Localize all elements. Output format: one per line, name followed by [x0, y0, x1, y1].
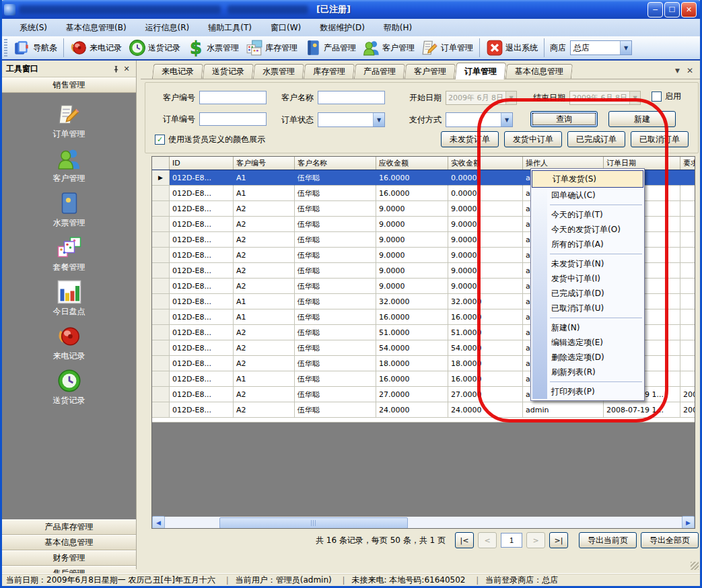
toolbar-button[interactable]: 来电记录: [67, 36, 125, 59]
sidebar-item[interactable]: 来电记录: [53, 324, 85, 362]
shop-select[interactable]: 总店 ▼: [570, 40, 632, 55]
tab-订单管理[interactable]: 订单管理: [455, 63, 507, 79]
tab-label: 基本信息管理: [515, 66, 563, 77]
context-menu-item[interactable]: 所有的订单(A): [531, 237, 644, 252]
close-button[interactable]: ✕: [681, 2, 697, 17]
context-menu-item[interactable]: 删除选定项(D): [531, 350, 644, 365]
toolbar-button[interactable]: 客户管理: [359, 36, 418, 59]
order-no-input[interactable]: [199, 112, 267, 126]
chevron-down-icon[interactable]: ▼: [620, 41, 631, 54]
minimize-button[interactable]: ─: [647, 2, 663, 17]
close-icon[interactable]: ✕: [121, 63, 132, 74]
sidebar-section-基本信息管理[interactable]: 基本信息管理: [2, 535, 136, 550]
menubar-item[interactable]: 窗口(W): [261, 20, 310, 36]
order-status-select[interactable]: ▼: [318, 112, 385, 127]
column-header[interactable]: 应收金额: [376, 157, 448, 170]
table-cell: 012D-E8...: [170, 371, 234, 387]
toolbar-button[interactable]: $水票管理: [184, 36, 242, 59]
toolbar-grip[interactable]: [4, 39, 7, 57]
query-button[interactable]: 查询: [530, 111, 598, 127]
end-date-picker[interactable]: 2009年 6月 8日 ▼: [569, 91, 641, 105]
sidebar-section-财务管理[interactable]: 财务管理: [2, 550, 136, 566]
table-row[interactable]: 012D-E8...A2伍华聪24.000024.0000admin2008-0…: [152, 402, 695, 418]
menubar-item[interactable]: 系统(S): [10, 20, 57, 36]
tab-库存管理[interactable]: 库存管理: [304, 64, 355, 79]
export-all-pages-button[interactable]: 导出全部页: [641, 532, 699, 548]
table-cell: A2: [234, 279, 295, 294]
tab-水票管理[interactable]: 水票管理: [253, 64, 304, 79]
toolbar-button[interactable]: 送货记录: [125, 36, 184, 59]
column-header[interactable]: 实收金额: [448, 157, 523, 170]
context-menu-item[interactable]: 回单确认(C): [531, 188, 644, 203]
sidebar-item[interactable]: 套餐管理: [53, 235, 85, 273]
new-button[interactable]: 新建: [608, 111, 676, 127]
next-page-button[interactable]: >: [526, 532, 545, 548]
resize-grip[interactable]: [691, 562, 699, 570]
tab-close-icon[interactable]: ✕: [687, 66, 693, 75]
pay-method-select[interactable]: ▼: [446, 112, 513, 127]
toolbar-button[interactable]: 产品管理: [301, 36, 359, 59]
tab-送货记录[interactable]: 送货记录: [203, 64, 254, 79]
sidebar-item[interactable]: 送货记录: [53, 369, 85, 406]
tab-来电记录[interactable]: 来电记录: [152, 64, 203, 79]
prev-page-button[interactable]: <: [478, 532, 497, 548]
scrollbar-thumb[interactable]: [219, 517, 408, 529]
sidebar-section-产品库存管理[interactable]: 产品库存管理: [2, 519, 136, 535]
toolbar-button[interactable]: 导航条: [10, 36, 61, 59]
maximize-button[interactable]: ☐: [664, 2, 680, 17]
horizontal-scrollbar[interactable]: ◀▶: [152, 517, 695, 528]
sidebar-section-sales[interactable]: 销售管理: [2, 77, 136, 93]
sidebar-item[interactable]: 订单管理: [53, 102, 85, 140]
menubar-item[interactable]: 运行信息(R): [136, 20, 199, 36]
sidebar-item[interactable]: 客户管理: [53, 147, 85, 184]
sidebar-item[interactable]: 今日盘点: [53, 280, 85, 318]
context-menu-item[interactable]: 已取消订单(U): [531, 301, 644, 316]
context-menu-item[interactable]: 今天的发货订单(O): [531, 222, 644, 237]
column-header[interactable]: 客户编号: [234, 157, 295, 170]
first-page-button[interactable]: |<: [455, 532, 474, 548]
context-menu-item[interactable]: 今天的订单(T): [531, 207, 644, 222]
table-empty-area: [152, 422, 695, 517]
context-menu-item[interactable]: 订单发货(S): [532, 170, 643, 188]
context-menu-item[interactable]: 打印列表(P): [531, 384, 644, 399]
context-menu-item[interactable]: 已完成订单(D): [531, 286, 644, 301]
customer-name-input[interactable]: [318, 91, 385, 104]
status-filter-button[interactable]: 已取消订单: [631, 131, 689, 147]
tab-基本信息管理[interactable]: 基本信息管理: [505, 64, 573, 79]
enable-checkbox[interactable]: [652, 91, 662, 102]
customer-no-input[interactable]: [199, 91, 267, 104]
toolbar-button[interactable]: 订单管理: [418, 36, 477, 59]
context-menu-item[interactable]: 新建(N): [531, 320, 644, 335]
status-filter-button[interactable]: 未发货订单: [441, 131, 499, 147]
status-filter-button[interactable]: 已完成订单: [567, 131, 625, 147]
column-header[interactable]: 客户名称: [295, 157, 376, 170]
tab-产品管理[interactable]: 产品管理: [354, 64, 405, 79]
menubar-item[interactable]: 帮助(H): [374, 20, 421, 36]
dollar-icon: $: [187, 39, 205, 57]
status-filter-button[interactable]: 发货中订单: [504, 131, 562, 147]
start-date-picker[interactable]: 2009年 6月 8日 ▼: [446, 91, 517, 105]
pin-icon[interactable]: [110, 63, 121, 74]
menubar-item[interactable]: 辅助工具(T): [199, 20, 261, 36]
menubar-item[interactable]: 数据维护(D): [310, 20, 374, 36]
context-menu-item[interactable]: 编辑选定项(E): [531, 335, 644, 350]
delivery-color-checkbox[interactable]: ✓: [155, 135, 165, 145]
context-menu-item[interactable]: 发货中订单(I): [531, 271, 644, 286]
menubar-item[interactable]: 基本信息管理(B): [57, 20, 136, 36]
toolbar-button[interactable]: 退出系统: [483, 36, 541, 59]
table-cell: 012D-E8...: [170, 402, 234, 418]
export-current-page-button[interactable]: 导出当前页: [579, 532, 637, 548]
column-header[interactable]: ID: [170, 157, 234, 170]
tab-dropdown-icon[interactable]: ▼: [675, 67, 680, 74]
scroll-right-icon[interactable]: ▶: [682, 516, 695, 529]
scroll-left-icon[interactable]: ◀: [152, 516, 165, 529]
toolbar-button[interactable]: 库存管理: [242, 36, 301, 59]
tab-strip: 来电记录送货记录水票管理库存管理产品管理客户管理订单管理基本信息管理 ▼ ✕: [141, 62, 700, 79]
context-menu-item[interactable]: 刷新列表(R): [531, 365, 644, 379]
tab-客户管理[interactable]: 客户管理: [405, 64, 456, 79]
page-number-input[interactable]: [501, 533, 522, 548]
context-menu-item[interactable]: 未发货订单(N): [531, 256, 644, 271]
sidebar-item[interactable]: 水票管理: [53, 191, 85, 229]
column-header[interactable]: 要求到货日期: [680, 157, 695, 170]
last-page-button[interactable]: >|: [549, 532, 568, 548]
